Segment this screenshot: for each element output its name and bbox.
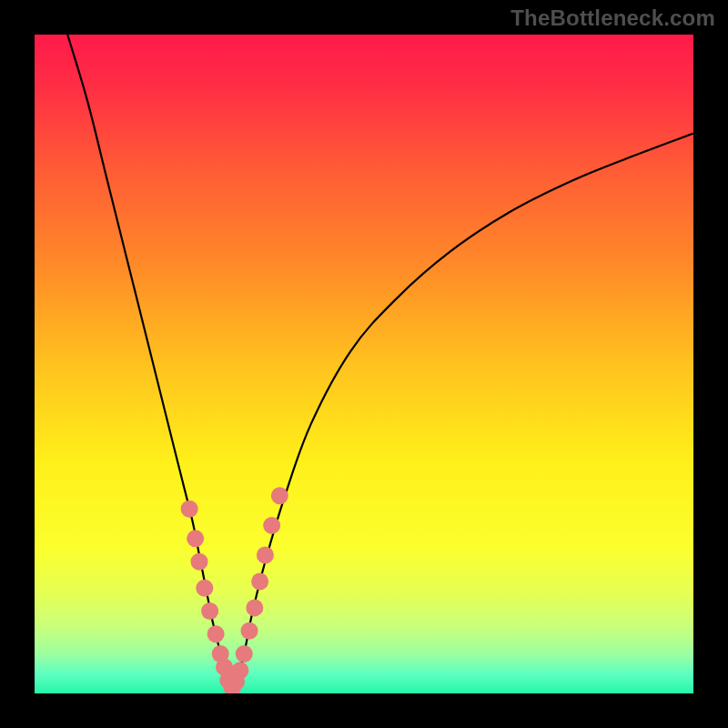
gradient-background: [35, 35, 693, 693]
plot-area: [35, 35, 693, 693]
bottleneck-curve-chart: [35, 35, 693, 693]
marker-point: [241, 622, 258, 640]
marker-point: [196, 580, 213, 597]
chart-frame: TheBottleneck.com: [0, 0, 728, 728]
marker-point: [236, 645, 253, 662]
marker-point: [181, 500, 198, 518]
watermark-text: TheBottleneck.com: [511, 5, 715, 31]
marker-point: [251, 572, 268, 590]
marker-point: [201, 602, 218, 620]
marker-point: [207, 625, 225, 642]
marker-point: [257, 546, 274, 563]
marker-point: [271, 487, 288, 504]
marker-point: [263, 517, 280, 534]
marker-point: [191, 553, 208, 571]
marker-point: [246, 599, 263, 616]
marker-point: [231, 662, 248, 679]
marker-point: [187, 530, 204, 547]
